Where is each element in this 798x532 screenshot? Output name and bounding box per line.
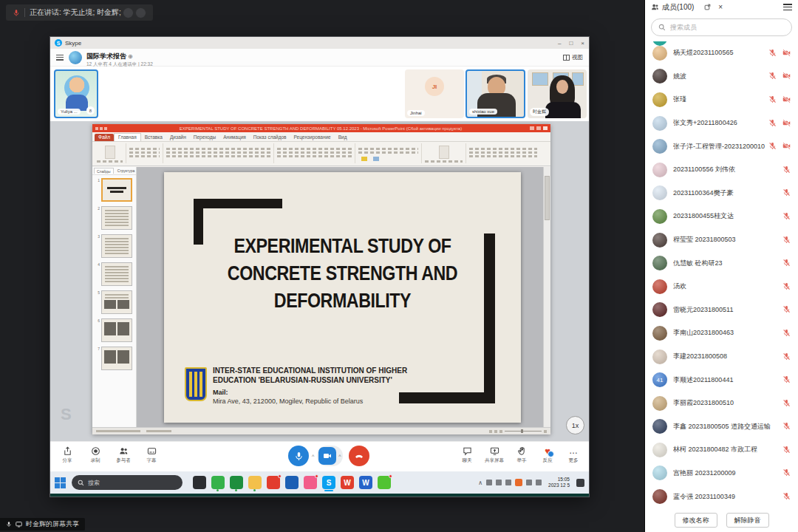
video-thumb-self[interactable]: Yuliya ... 8 (54, 69, 98, 118)
ribbon-tab[interactable]: Дизайн (166, 134, 190, 141)
quick-access-toolbar[interactable] (95, 127, 107, 130)
taskbar-app-word[interactable]: W (359, 476, 372, 489)
taskbar-app-wechat[interactable] (378, 476, 391, 489)
ribbon-tab[interactable]: Вставка (141, 134, 166, 141)
member-row[interactable]: 宫艳丽 20231200009 (645, 462, 798, 485)
member-row[interactable]: 20231100364樊子豪 (645, 182, 798, 205)
menu-icon[interactable] (56, 55, 64, 61)
popout-icon[interactable] (704, 4, 711, 10)
ribbon-tab[interactable]: Переходы (190, 134, 220, 141)
member-row[interactable]: 杨天煜20231100565 (645, 41, 798, 65)
ribbon-tab[interactable]: Показ слайдов (250, 134, 290, 141)
member-search-box[interactable]: 搜索成员 (651, 18, 792, 36)
member-row[interactable]: 41李顺述20211800441 (645, 368, 798, 392)
ribbon[interactable] (92, 142, 550, 166)
slide-thumbnail[interactable] (101, 234, 132, 258)
member-row[interactable]: 李丽霞20231800510 (645, 392, 798, 415)
panel-tabs[interactable]: СлайдыСтруктура (92, 167, 136, 175)
member-row[interactable]: 姚波 (645, 65, 798, 89)
ribbon-tab[interactable]: Главная (114, 133, 141, 141)
taskbar-app-browser-360[interactable] (211, 476, 225, 489)
tray-icon[interactable] (515, 479, 522, 486)
video-thumb-shijinhui[interactable]: 时金辉 (528, 69, 587, 118)
panel-tab[interactable]: Слайды (94, 168, 114, 174)
slide-scrollbar[interactable] (543, 167, 550, 427)
member-row[interactable]: 李建20231800508 (645, 345, 798, 369)
record-button[interactable]: 录制 (87, 446, 103, 464)
view-button[interactable]: 视图 (563, 54, 583, 61)
tray-icon[interactable] (496, 480, 502, 485)
ribbon-tab[interactable]: Вид (335, 134, 351, 141)
tray-icon[interactable] (486, 480, 492, 485)
taskbar-app-wps[interactable]: W (341, 476, 354, 489)
start-button[interactable] (55, 477, 66, 488)
slide-thumb-row[interactable]: 5 (94, 290, 134, 314)
ribbon-tab[interactable]: Файл (95, 134, 114, 141)
slide-thumbnail[interactable] (101, 290, 132, 314)
slide-thumb-row[interactable]: 2 (94, 206, 134, 230)
panel-close-icon[interactable]: × (718, 3, 723, 11)
taskbar-app-browser-360-ent[interactable] (230, 476, 243, 489)
ribbon-tab[interactable]: Анимация (219, 134, 250, 141)
member-row[interactable]: 张瑾 (645, 88, 798, 112)
member-row[interactable]: 李南山20231800463 (645, 321, 798, 345)
mute-button[interactable] (288, 446, 309, 466)
tray-expand-icon[interactable]: ∧ (478, 480, 482, 486)
member-row[interactable]: 仇慧敏 砼构研23 (645, 251, 798, 275)
video-thumb-shixiao[interactable]: shixiao xue (466, 69, 525, 118)
tray-icon[interactable] (526, 480, 532, 485)
member-row[interactable]: 程莹莹 20231800503 (645, 228, 798, 252)
tray-icon[interactable] (536, 480, 542, 485)
slide-thumbnail-panel[interactable]: СлайдыСтруктура 1234567 (92, 167, 137, 427)
member-row[interactable]: 20231800455桂文达 (645, 205, 798, 228)
member-row[interactable]: 张子洋-工程管理-20231200010 (645, 134, 798, 158)
taskbar-clock[interactable]: 15:052023 12 5 (548, 477, 570, 488)
maximize-button[interactable]: □ (569, 40, 573, 47)
member-row[interactable]: 汤欢 (645, 275, 798, 299)
member-row[interactable]: 林柯 20231800482 市政工程 (645, 438, 798, 462)
taskbar-search[interactable]: 搜索 (72, 475, 183, 490)
panel-tab[interactable]: Структура (115, 168, 137, 174)
minimize-button[interactable]: – (558, 40, 561, 47)
hand-button[interactable]: 举手 (514, 446, 530, 464)
slide-thumb-row[interactable]: 6 (94, 318, 134, 342)
playback-speed-badge[interactable]: 1x (566, 416, 584, 434)
zoom-slider[interactable] (489, 430, 547, 433)
slide-thumb-row[interactable]: 3 (94, 234, 134, 258)
slide-thumb-row[interactable]: 1 (94, 178, 134, 202)
more-button[interactable]: …更多 (565, 446, 582, 464)
slide-thumbnail[interactable] (101, 262, 132, 286)
slide-thumbnail[interactable] (101, 318, 132, 342)
member-row[interactable]: 20231100556 刘伟依 (645, 158, 798, 182)
camera-button[interactable] (318, 447, 336, 465)
taskbar-app-widgets[interactable] (193, 476, 206, 489)
taskbar-app-skype[interactable]: S (322, 476, 335, 489)
close-button[interactable]: × (581, 40, 584, 47)
taskbar-app-dingtalk[interactable] (285, 476, 299, 489)
taskbar-app-netease-music[interactable] (267, 476, 280, 489)
group-avatar[interactable] (69, 51, 82, 64)
taskbar-app-file-explorer[interactable] (248, 476, 262, 489)
member-row[interactable]: 雷晓元20231800511 (645, 299, 798, 322)
end-call-button[interactable] (349, 446, 369, 466)
camera-options-chevron[interactable]: ^ (338, 454, 341, 459)
video-thumb-jinhai[interactable]: JI Jinhai (405, 69, 464, 118)
slide-thumb-row[interactable]: 4 (94, 262, 134, 286)
slide-thumbnail[interactable] (101, 347, 132, 370)
skype-titlebar[interactable]: S Skype – □ × (50, 37, 589, 49)
taskbar-app-qq[interactable] (304, 476, 317, 489)
slide-thumb-row[interactable]: 7 (94, 347, 134, 370)
slide-thumbnail[interactable] (101, 206, 132, 230)
people-button[interactable]: 参与者 (115, 446, 132, 464)
ribbon-tab[interactable]: Рецензирование (290, 134, 335, 141)
react-button[interactable]: ♥反应 (539, 446, 556, 464)
slide-thumbnail[interactable] (101, 178, 132, 202)
unmute-button[interactable]: 解除静音 (726, 513, 769, 528)
screen-button[interactable]: 共享屏幕 (485, 446, 504, 464)
captions-button[interactable]: 字幕 (143, 446, 160, 464)
rename-button[interactable]: 修改名称 (675, 513, 717, 528)
group-name[interactable]: 国际学术报告 (86, 52, 126, 60)
system-tray[interactable]: ∧ 15:052023 12 5 (478, 477, 584, 488)
member-row[interactable]: 张文秀+20211800426 (645, 112, 798, 135)
group-add-icon[interactable]: ⊕ (128, 53, 133, 60)
